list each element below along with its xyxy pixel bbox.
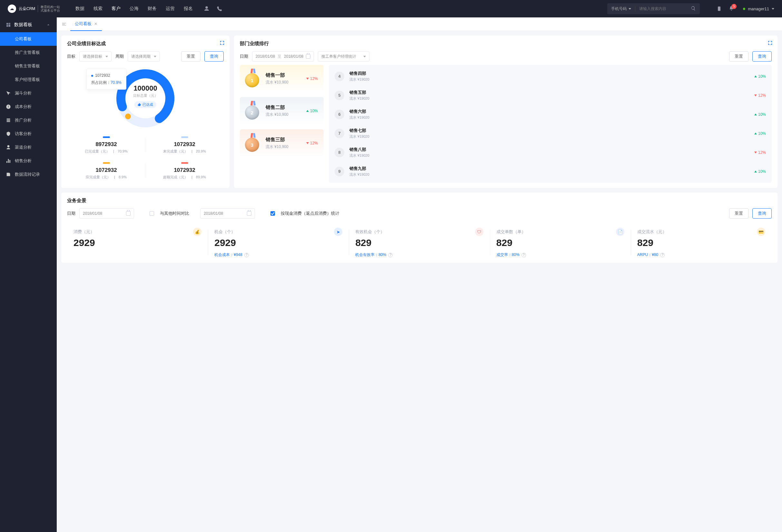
stat-color-bar [181,136,188,138]
user-menu[interactable]: manager11 [743,6,774,11]
sidebar-item[interactable]: 成本分析 [0,100,57,113]
device-icon[interactable] [717,6,722,11]
arrow-icon [754,133,757,135]
cash-label: 按现金消费（返点后消费）统计 [281,211,340,216]
brand-tagline: 教育机构一站 式服务云平台 [38,5,60,12]
help-icon[interactable]: ? [522,253,526,257]
nav-item[interactable]: 客户 [111,6,120,11]
label-date: 日期 [240,54,248,59]
stat-type-select[interactable]: 按工单客户经理统计 [318,51,369,62]
sidebar-section-dashboard[interactable]: 数据看板 [0,17,57,32]
collapse-sidebar-button[interactable] [61,21,68,28]
help-icon[interactable]: ? [244,253,249,257]
delta-badge: 12% [306,76,318,81]
rank-number: 9 [334,167,344,176]
sidebar-item[interactable]: 数据流转记录 [0,168,57,181]
metric-foot: 机会成本：¥948? [214,252,342,258]
medal-icon: 2 [245,103,261,119]
nav-icon [6,91,11,96]
compare-label: 与其他时间对比 [160,211,189,216]
stat-value: 1072932 [147,141,222,148]
delta-badge: 10% [754,169,766,174]
delta-badge: 10% [754,131,766,136]
rank-number: 4 [334,72,344,81]
sidebar-item[interactable]: 销售分析 [0,154,57,168]
arrow-icon [306,142,309,144]
dept-flow: 流水 ¥10,900 [265,80,288,85]
delta-badge: 12% [754,93,766,98]
nav-item[interactable]: 数据 [75,6,84,11]
help-icon[interactable]: ? [388,253,393,257]
phone-icon[interactable] [217,6,222,11]
goal-total: 100000 [67,84,224,93]
stat-value: 8972932 [69,141,143,148]
metric-card: 机会（个）➤2929机会成本：¥948? [208,227,349,258]
arrow-icon [306,78,309,80]
sidebar-item[interactable]: 公司看板 [0,32,57,46]
sidebar-item[interactable]: 漏斗分析 [0,86,57,100]
search-input[interactable] [635,6,687,11]
user-icon[interactable] [204,6,210,11]
nav-icon [6,158,11,164]
metric-card: 成交流水（元）💳829ARPU：¥80? [631,227,772,258]
target-select[interactable]: 请选择目标 [79,51,111,62]
metric-label: 机会（个） [214,229,235,235]
rank-row: 4销售四部流水 ¥1902010% [329,67,772,86]
medal-icon: 3 [245,135,261,151]
query-button[interactable]: 查询 [204,51,224,62]
delta-badge: 12% [754,150,766,155]
date-picker-1[interactable]: 2018/01/08 [79,208,134,219]
calendar-icon [126,211,131,216]
notif-badge: 5 [732,4,737,9]
sidebar-item[interactable]: 渠道分析 [0,141,57,154]
nav-item[interactable]: 报名 [184,6,193,11]
stat-value: 1072932 [147,167,222,174]
sidebar-item[interactable]: 销售主管看板 [0,59,57,73]
expand-icon[interactable] [767,40,773,46]
search-button[interactable] [687,6,700,12]
sidebar-item[interactable]: 客户经理看板 [0,73,57,86]
sidebar-item[interactable]: 访客分析 [0,127,57,141]
dept-flow: 流水 ¥19020 [349,96,369,101]
medal-icon: 1 [245,71,261,87]
tab-company-board[interactable]: 公司看板 ✕ [70,17,102,31]
date-picker-2[interactable]: 2018/01/08 [200,208,255,219]
sidebar-item[interactable]: 推广主管看板 [0,46,57,59]
help-icon[interactable]: ? [660,253,665,257]
chevron-down-icon [629,8,631,10]
notification-button[interactable]: 5 [729,6,734,12]
dept-flow: 流水 ¥10,900 [265,112,288,117]
arrow-icon [754,95,757,96]
date-range[interactable]: 2018/01/08 至 2018/01/08 [252,51,314,62]
stat-color-bar [103,162,110,164]
expand-icon[interactable] [219,40,225,46]
metric-value: 2929 [214,237,342,248]
nav-item[interactable]: 财务 [148,6,157,11]
global-search: 手机号码 [607,3,700,14]
metric-value: 829 [496,237,625,248]
query-button[interactable]: 查询 [752,51,772,62]
nav-item[interactable]: 公海 [130,6,139,11]
achieved-badge: 已达成 [134,101,156,108]
reset-button[interactable]: 重置 [729,208,748,219]
close-icon[interactable]: ✕ [94,22,97,26]
cash-checkbox[interactable] [271,211,275,216]
query-button[interactable]: 查询 [752,208,772,219]
nav-item[interactable]: 线索 [94,6,103,11]
dept-flow: 流水 ¥19020 [349,172,369,177]
nav-item[interactable]: 运营 [166,6,175,11]
chevron-down-icon [363,56,366,58]
sidebar-item[interactable]: 推广分析 [0,113,57,127]
dept-flow: 流水 ¥19020 [349,153,369,158]
period-select[interactable]: 请选择周期 [128,51,160,62]
medal-card: 1销售一部流水 ¥10,90012% [240,65,324,93]
goal-stat: 1072932超额完成（元） | 89.9% [145,162,224,180]
reset-button[interactable]: 重置 [181,51,201,62]
donut-center: 100000 目标总量（元） 已达成 [67,84,224,108]
medal-card: 2销售二部流水 ¥10,90010% [240,97,324,125]
compare-checkbox[interactable] [149,211,154,216]
dept-name: 销售三部 [265,137,288,143]
reset-button[interactable]: 重置 [729,51,748,62]
dept-name: 销售四部 [349,71,369,76]
search-type-select[interactable]: 手机号码 [607,6,635,11]
